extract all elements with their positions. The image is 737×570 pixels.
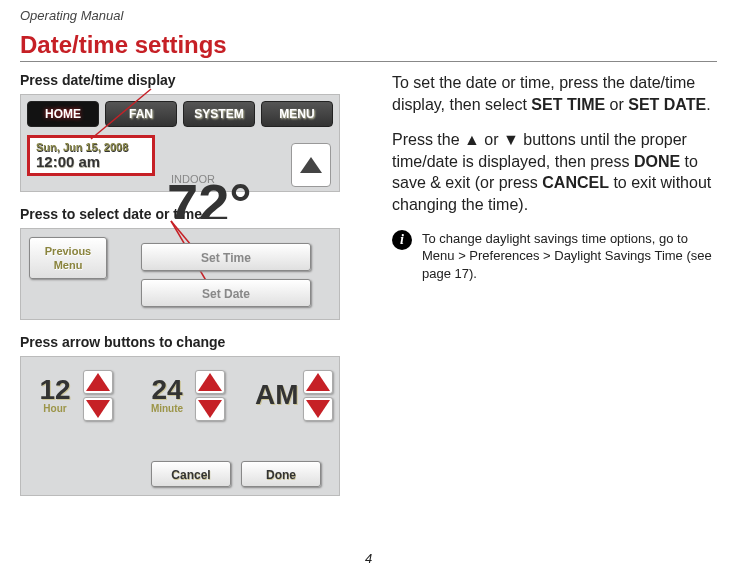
- label-cancel: CANCEL: [542, 174, 609, 191]
- hour-up-button[interactable]: [83, 370, 113, 394]
- tab-home[interactable]: HOME: [27, 101, 99, 127]
- screenshot-adjust: 12 Hour 24 Minute: [20, 356, 340, 496]
- tab-system[interactable]: SYSTEM: [183, 101, 255, 127]
- previous-menu-button[interactable]: Previous Menu: [29, 237, 107, 279]
- hour-value: 12: [31, 377, 79, 403]
- minute-up-button[interactable]: [195, 370, 225, 394]
- hour-spinner: 12 Hour: [31, 367, 131, 423]
- triangle-up-icon: [86, 373, 110, 391]
- hour-label: Hour: [31, 403, 79, 414]
- screenshot-select: Previous Menu Set Time Set Date: [20, 228, 340, 320]
- caption-3: Press arrow buttons to change: [20, 334, 360, 350]
- datetime-display[interactable]: Sun, Jun 15, 2008 12:00 am: [27, 135, 155, 176]
- minute-label: Minute: [143, 403, 191, 414]
- ampm-value: AM: [255, 382, 299, 408]
- instruction-p2: Press the ▲ or ▼ buttons until the prope…: [392, 129, 712, 215]
- triangle-down-icon: [306, 400, 330, 418]
- chevron-up-icon: [300, 157, 322, 173]
- time-text: 12:00 am: [36, 153, 146, 170]
- triangle-up-icon: [198, 373, 222, 391]
- screenshot-home: HOME FAN SYSTEM MENU Sun, Jun 15, 2008 1…: [20, 94, 340, 192]
- tab-fan[interactable]: FAN: [105, 101, 177, 127]
- ampm-spinner: AM: [255, 367, 331, 423]
- minute-spinner: 24 Minute: [143, 367, 243, 423]
- ampm-down-button[interactable]: [303, 397, 333, 421]
- tab-menu[interactable]: MENU: [261, 101, 333, 127]
- set-time-button[interactable]: Set Time: [141, 243, 311, 271]
- minute-value: 24: [143, 377, 191, 403]
- right-column: To set the date or time, press the date/…: [392, 72, 712, 510]
- set-date-button[interactable]: Set Date: [141, 279, 311, 307]
- hour-down-button[interactable]: [83, 397, 113, 421]
- page-number: 4: [365, 551, 372, 566]
- temp-up-button[interactable]: [291, 143, 331, 187]
- minute-down-button[interactable]: [195, 397, 225, 421]
- tip-block: i To change daylight savings time option…: [392, 230, 712, 283]
- instruction-p1: To set the date or time, press the date/…: [392, 72, 712, 115]
- page-title: Date/time settings: [20, 31, 717, 62]
- text: or: [605, 96, 628, 113]
- manual-header: Operating Manual: [20, 8, 717, 23]
- text: .: [706, 96, 710, 113]
- label-done: DONE: [634, 153, 680, 170]
- left-column: Press date/time display HOME FAN SYSTEM …: [20, 72, 360, 510]
- tip-text: To change daylight savings time options,…: [422, 230, 712, 283]
- cancel-button[interactable]: Cancel: [151, 461, 231, 487]
- caption-1: Press date/time display: [20, 72, 360, 88]
- ampm-up-button[interactable]: [303, 370, 333, 394]
- triangle-up-icon: [306, 373, 330, 391]
- label-set-date: SET DATE: [628, 96, 706, 113]
- done-button[interactable]: Done: [241, 461, 321, 487]
- label-set-time: SET TIME: [531, 96, 605, 113]
- triangle-down-icon: [198, 400, 222, 418]
- temperature-value: 72°: [167, 171, 252, 219]
- date-text: Sun, Jun 15, 2008: [36, 141, 146, 153]
- triangle-down-icon: [86, 400, 110, 418]
- info-icon: i: [392, 230, 412, 250]
